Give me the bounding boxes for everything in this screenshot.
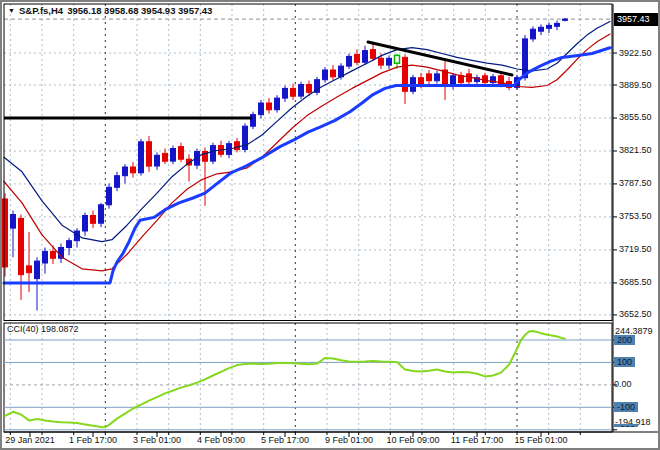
chart-title: ▼ S&P.fs,H4 3956.18 3958.68 3954.93 3957… <box>8 5 212 16</box>
candle-body <box>163 153 168 161</box>
cci-level-label: 0.00 <box>614 379 632 389</box>
price-axis-label: 3753.50 <box>619 211 652 221</box>
candle-body <box>155 155 160 166</box>
time-axis-label: 11 Feb 17:00 <box>451 435 503 445</box>
candle-body <box>3 199 8 267</box>
chart-window: ▼ S&P.fs,H4 3956.18 3958.68 3954.93 3957… <box>0 0 660 450</box>
candle-body <box>299 85 304 97</box>
candle-body <box>27 266 32 273</box>
cci-level-label: -100 <box>614 402 638 412</box>
cci-level-label: 200 <box>614 335 635 345</box>
candle-body <box>379 58 384 65</box>
candle-body <box>91 216 96 224</box>
candle-body <box>363 51 368 63</box>
price-axis-label: 3889.50 <box>619 80 652 90</box>
candle-body <box>83 216 88 232</box>
candle-body <box>275 98 280 110</box>
time-axis-label: 9 Feb 01:00 <box>325 435 373 445</box>
price-axis-label: 3652.50 <box>619 309 652 319</box>
candle-body <box>259 103 264 115</box>
price-axis-label: 3855.50 <box>619 112 652 122</box>
candle-body <box>291 88 296 96</box>
candle-body <box>123 167 128 176</box>
candle-body <box>67 241 72 248</box>
candle-body <box>35 261 40 279</box>
time-axis-label: 10 Feb 09:00 <box>386 435 439 445</box>
candle-body <box>347 56 352 66</box>
candle-body <box>563 19 568 20</box>
candle-body <box>355 55 360 63</box>
candle-body <box>555 23 560 26</box>
candle-body <box>43 251 48 263</box>
candle-body <box>419 78 424 85</box>
price-axis-label: 3922.50 <box>619 48 652 58</box>
time-axis-label: 15 Feb 01:00 <box>514 435 567 445</box>
candle-body <box>531 29 536 39</box>
time-axis-label: 1 Feb 17:00 <box>69 435 117 445</box>
main-panel-border <box>4 4 612 321</box>
candle-body <box>435 74 440 81</box>
candle-body <box>267 103 272 110</box>
candle-body <box>283 88 288 98</box>
candle-body <box>99 205 104 223</box>
candle-body <box>235 142 240 150</box>
price-axis-label: 3685.50 <box>619 277 652 287</box>
symbol-timeframe-label: S&P.fs,H4 <box>19 5 63 16</box>
time-axis-label: 29 Jan 2021 <box>5 435 55 445</box>
candle-body <box>139 142 144 173</box>
candle-body <box>483 76 488 83</box>
candle-body <box>539 27 544 31</box>
candle-body <box>331 70 336 77</box>
candle-body <box>547 25 552 28</box>
price-axis-label: 3719.50 <box>619 244 652 254</box>
candle-body <box>251 115 256 127</box>
cci-level-label: -200 <box>614 424 638 427</box>
price-chart-canvas[interactable] <box>2 2 660 450</box>
time-axis-label: 3 Feb 01:00 <box>133 435 181 445</box>
candle-body <box>211 146 216 162</box>
candle-body <box>459 76 464 83</box>
candle-body <box>427 74 432 81</box>
dropdown-arrow-icon[interactable]: ▼ <box>8 6 15 15</box>
candle-body <box>171 149 176 162</box>
candle-body <box>147 142 152 166</box>
candle-body <box>323 70 328 80</box>
ohlc-values-label: 3956.18 3958.68 3954.93 3957.43 <box>67 5 212 16</box>
time-axis-label: 5 Feb 17:00 <box>261 435 309 445</box>
candle-body <box>179 147 184 160</box>
candle-body <box>371 50 376 59</box>
candle-body <box>107 187 112 205</box>
price-axis-label: 3821.50 <box>619 145 652 155</box>
price-axis-label: 3787.50 <box>619 178 652 188</box>
candle-body <box>19 218 24 274</box>
indicator-name-label: CCI(40) 198.0872 <box>7 324 79 334</box>
cci-level-label: 100 <box>614 357 635 367</box>
cci-line <box>5 331 565 427</box>
candle-body <box>51 251 56 258</box>
candle-body <box>131 167 136 173</box>
candle-body <box>11 215 16 229</box>
candle-body <box>115 176 120 188</box>
candle-pattern-highlight <box>395 55 400 63</box>
current-price-badge: 3957.43 <box>614 13 660 26</box>
time-axis-label: 4 Feb 09:00 <box>197 435 245 445</box>
candle-body <box>387 58 392 65</box>
candle-body <box>307 85 312 93</box>
